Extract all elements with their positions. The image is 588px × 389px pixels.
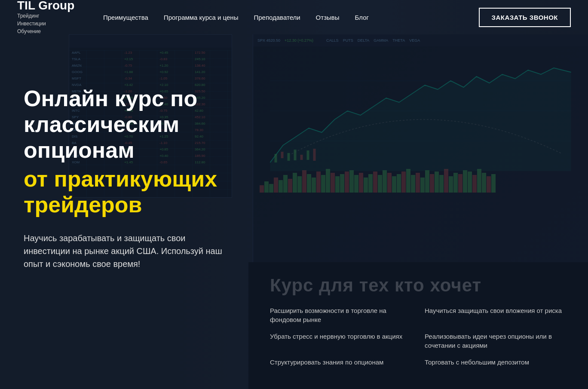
card-title: Курс для тех кто хочет xyxy=(270,275,567,296)
card-item-3: Убрать стресс и нервную торговлю в акция… xyxy=(270,332,412,350)
card-item-5: Структурировать знания по опционам xyxy=(270,358,412,367)
hero-title-white: Онлайн курс поклассическим опционам xyxy=(24,86,264,163)
nav-advantages[interactable]: Преимущества xyxy=(103,14,148,21)
main-nav: Преимущества Программа курса и цены Преп… xyxy=(103,14,479,21)
nav-curriculum[interactable]: Программа курса и цены xyxy=(164,14,239,21)
card-item-2: Научиться защищать свои вложения от риск… xyxy=(425,306,567,324)
site-header: TIL Group Трейдинг Инвестиции Обучение П… xyxy=(0,0,588,34)
nav-reviews[interactable]: Отзывы xyxy=(316,14,340,21)
order-call-button[interactable]: ЗАКАЗАТЬ ЗВОНОК xyxy=(479,8,571,27)
logo-title: TIL Group xyxy=(17,0,86,12)
card-item-4: Реализовывать идеи через опционы или в с… xyxy=(425,332,567,350)
hero-title-yellow: от практикующих трейдеров xyxy=(24,166,264,218)
card-grid: Расширить возможности в торговле на фонд… xyxy=(270,306,567,367)
card-item-6: Торговать с небольшим депозитом xyxy=(425,358,567,367)
hero-description: Научись зарабатывать и защищать свои инв… xyxy=(24,232,230,270)
logo[interactable]: TIL Group Трейдинг Инвестиции Обучение xyxy=(17,0,86,35)
nav-blog[interactable]: Блог xyxy=(355,14,369,21)
card-item-1: Расширить возможности в торговле на фонд… xyxy=(270,306,412,324)
features-card: Курс для тех кто хочет Расширить возможн… xyxy=(248,262,588,389)
nav-teachers[interactable]: Преподаватели xyxy=(254,14,300,21)
logo-subtitle: Трейдинг Инвестиции Обучение xyxy=(17,12,86,35)
hero-content: Онлайн курс поклассическим опционам от п… xyxy=(24,86,264,270)
